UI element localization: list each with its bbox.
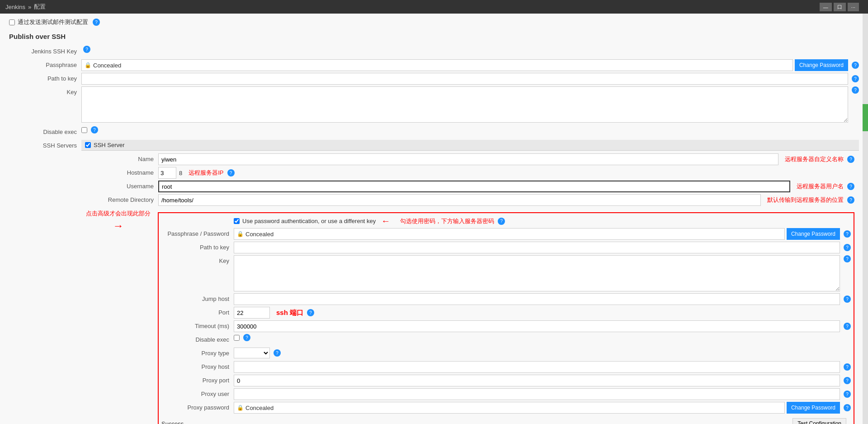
send-test-row: 通过发送测试邮件测试配置 ? (9, 18, 859, 26)
adv-key-help-icon[interactable]: ? (844, 255, 851, 262)
use-pwd-checkbox-label: Use password authentication, or use a di… (242, 218, 376, 224)
hostname-part1-input[interactable] (158, 167, 176, 179)
adv-disable-exec-help-icon[interactable]: ? (243, 334, 250, 341)
proxy-port-input[interactable] (234, 375, 840, 386)
jenkins-ssh-key-row: Jenkins SSH Key ? (9, 46, 859, 57)
disable-exec-help-icon[interactable]: ? (91, 126, 98, 133)
ssh-inner: Name 远程服务器自定义名称 ? Hostname (81, 151, 859, 424)
use-pwd-checkbox[interactable] (234, 218, 240, 224)
jenkins-ssh-key-help-icon[interactable]: ? (83, 46, 90, 53)
minimize-button[interactable]: — (820, 3, 832, 11)
adv-path-to-key-label: Path to key (161, 242, 234, 253)
adv-path-to-key-help-icon[interactable]: ? (844, 244, 851, 251)
scrollbar[interactable] (863, 14, 868, 424)
key-label: Key (9, 86, 81, 98)
scrollbar-thumb (863, 104, 868, 131)
breadcrumb-sep: » (28, 4, 31, 10)
proxy-user-input[interactable] (234, 388, 840, 400)
remote-dir-help-icon[interactable]: ? (847, 196, 854, 204)
timeout-input[interactable] (234, 320, 840, 332)
proxy-host-help-icon[interactable]: ? (844, 363, 851, 371)
jump-host-row: Jump host ? (161, 293, 851, 305)
passphrase-change-password-button[interactable]: Change Password (795, 59, 848, 71)
advanced-box: Use password authentication, or use a di… (158, 212, 854, 424)
path-to-key-input[interactable] (81, 73, 848, 85)
proxy-type-select[interactable]: HTTP SOCKS5 (234, 348, 270, 358)
more-button[interactable]: ··· (848, 3, 859, 11)
proxy-password-field: 🔒 Concealed Change Password ? (234, 402, 851, 414)
key-row: Key ? (9, 86, 859, 123)
name-field: 远程服务器自定义名称 ? (158, 153, 854, 165)
advanced-annotation-text: 点击高级才会出现此部分 (86, 210, 151, 218)
send-test-label: 通过发送测试邮件测试配置 (18, 18, 88, 26)
send-test-help-icon[interactable]: ? (93, 19, 100, 26)
send-test-checkbox[interactable] (9, 19, 15, 25)
advanced-arrow-icon: → (113, 219, 124, 232)
jenkins-link[interactable]: Jenkins (5, 4, 25, 10)
passphrase-concealed: 🔒 Concealed (81, 59, 793, 71)
username-input[interactable] (158, 181, 790, 192)
adv-path-to-key-input[interactable] (234, 242, 840, 253)
use-pwd-checkbox-row: Use password authentication, or use a di… (234, 218, 376, 224)
hostname-inputs: 8 (158, 167, 182, 179)
name-help-icon[interactable]: ? (847, 156, 854, 163)
username-help-icon[interactable]: ? (847, 183, 854, 190)
proxy-password-concealed-text: Concealed (245, 405, 274, 411)
port-help-icon[interactable]: ? (307, 309, 314, 316)
adv-change-password-button[interactable]: Change Password (787, 228, 840, 240)
ssh-server-checkbox[interactable] (85, 142, 91, 148)
proxy-port-help-icon[interactable]: ? (844, 377, 851, 384)
test-configuration-button[interactable]: Test Configuration (793, 418, 846, 424)
proxy-change-password-button[interactable]: Change Password (787, 402, 840, 414)
advanced-annotation-container: 点击高级才会出现此部分 → (86, 210, 151, 232)
jump-host-help-icon[interactable]: ? (844, 295, 851, 303)
proxy-type-label: Proxy type (161, 348, 234, 359)
proxy-user-field: ? (234, 388, 851, 400)
proxy-password-help-icon[interactable]: ? (844, 404, 851, 411)
timeout-field: ? (234, 320, 851, 332)
adv-passphrase-help-icon[interactable]: ? (844, 230, 851, 238)
disable-exec-checkbox[interactable] (81, 127, 87, 133)
path-to-key-field: ? (81, 73, 859, 85)
jump-host-label: Jump host (161, 293, 234, 305)
adv-key-row: Key ? (161, 255, 851, 291)
jump-host-input[interactable] (234, 293, 840, 305)
use-pwd-help-icon[interactable]: ? (498, 218, 505, 225)
username-field-label: Username (86, 181, 158, 192)
key-field: ? (81, 86, 859, 123)
passphrase-field: 🔒 Concealed Change Password ? (81, 59, 859, 71)
key-help-icon[interactable]: ? (852, 86, 859, 94)
name-input[interactable] (158, 153, 778, 165)
jump-host-field: ? (234, 293, 851, 305)
key-textarea[interactable] (81, 86, 848, 123)
port-input[interactable] (234, 307, 270, 319)
hostname-annotation: 远程服务器IP (189, 169, 223, 177)
timeout-help-icon[interactable]: ? (844, 323, 851, 330)
passphrase-help-icon[interactable]: ? (852, 62, 859, 69)
proxy-port-row: Proxy port ? (161, 375, 851, 386)
hostname-row: Hostname 8 远程服务器IP ? (86, 167, 854, 179)
proxy-lock-icon: 🔒 (237, 405, 244, 411)
use-pwd-annotation: 勾选使用密码，下方输入服务器密码 (400, 217, 494, 225)
use-pwd-row: Use password authentication, or use a di… (161, 216, 851, 226)
use-pwd-field: Use password authentication, or use a di… (234, 216, 851, 226)
adv-disable-exec-checkbox[interactable] (234, 335, 240, 341)
proxy-type-field: HTTP SOCKS5 ? (234, 348, 851, 358)
jenkins-ssh-key-field: ? (81, 46, 859, 53)
proxy-password-row: Proxy password 🔒 Concealed Change Passwo… (161, 402, 851, 414)
restore-button[interactable]: 口 (834, 3, 846, 11)
hostname-help-icon[interactable]: ? (227, 169, 235, 176)
proxy-user-help-icon[interactable]: ? (844, 391, 851, 398)
adv-key-textarea[interactable] (234, 255, 840, 291)
proxy-host-input[interactable] (234, 361, 840, 373)
disable-exec-row: Disable exec ? (9, 126, 859, 138)
proxy-host-label: Proxy host (161, 361, 234, 373)
adv-passphrase-concealed-text: Concealed (245, 231, 274, 238)
publish-over-ssh-title: Publish over SSH (9, 33, 859, 40)
config-breadcrumb: 配置 (34, 3, 46, 11)
ssh-server-container: SSH Server Name 远程服务器自定义名称 ? Hos (81, 140, 859, 424)
path-to-key-help-icon[interactable]: ? (852, 75, 859, 82)
username-field: 远程服务器用户名 ? (158, 181, 854, 192)
remote-dir-input[interactable] (158, 194, 761, 206)
proxy-type-help-icon[interactable]: ? (274, 349, 281, 357)
